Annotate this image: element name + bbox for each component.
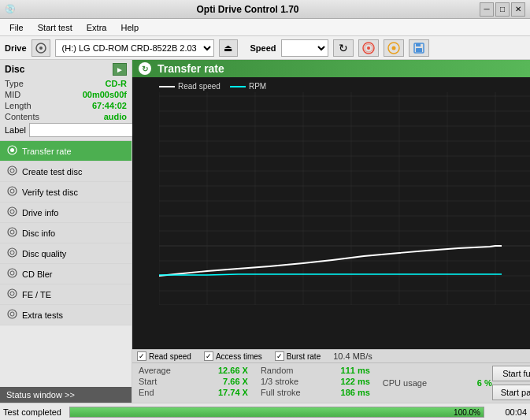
nav-create-test-disc-label: Create test disc xyxy=(22,167,82,177)
disc-length-label: Length xyxy=(5,101,32,110)
disc-contents-label: Contents xyxy=(5,112,39,121)
disc-type-value: CD-R xyxy=(106,79,128,88)
stats-buttons: Start full Start part xyxy=(492,366,530,400)
status-window-btn[interactable]: Status window >> xyxy=(0,387,132,403)
drive-label: Drive xyxy=(5,43,27,53)
stat-end-value: 17.74 X xyxy=(218,388,248,397)
cb-access-times-box[interactable]: ✓ xyxy=(204,351,213,361)
close-button[interactable]: ✕ xyxy=(511,2,525,17)
disc-arrow-btn[interactable]: ► xyxy=(113,63,127,76)
disc-length-value: 67:44:02 xyxy=(92,101,127,110)
app-icon: 💿 xyxy=(5,4,16,14)
titlebar-title: Opti Drive Control 1.70 xyxy=(16,4,480,15)
burn-button[interactable] xyxy=(384,39,404,57)
label-row: Label ⚙ xyxy=(5,123,127,137)
nav-cd-bler[interactable]: CD Bler xyxy=(0,264,132,284)
nav-fe-te-label: FE / TE xyxy=(22,290,51,299)
save-button[interactable] xyxy=(409,39,429,57)
nav-drive-info-label: Drive info xyxy=(22,208,58,217)
content-panel: ↻ Transfer rate Read speed RPM xyxy=(132,60,530,403)
stat-average-label: Average xyxy=(139,366,171,375)
cb-burst-rate-box[interactable]: ✓ xyxy=(275,351,284,361)
statusbar: Test completed 100.0% 00:04 xyxy=(0,403,530,420)
verify-test-disc-icon xyxy=(6,186,17,198)
cb-read-speed-box[interactable]: ✓ xyxy=(137,351,146,361)
nav-extra-tests[interactable]: Extra tests xyxy=(0,305,132,325)
stat-cpu-label: CPU usage xyxy=(383,378,427,388)
label-input[interactable] xyxy=(29,123,134,137)
extra-tests-icon xyxy=(6,309,17,321)
nav-disc-quality[interactable]: Disc quality xyxy=(0,243,132,264)
fe-te-icon xyxy=(6,288,17,300)
drive-select[interactable]: (H:) LG CD-ROM CRD-8522B 2.03 xyxy=(55,39,214,57)
progress-bar-container: 100.0% xyxy=(69,407,484,418)
svg-point-14 xyxy=(8,187,17,195)
menu-extra[interactable]: Extra xyxy=(80,21,113,34)
svg-point-26 xyxy=(8,310,17,318)
transfer-rate-icon-circle: ↻ xyxy=(139,62,151,75)
cd-bler-icon xyxy=(6,268,17,280)
svg-point-25 xyxy=(10,292,14,295)
disc-contents-row: Contents audio xyxy=(5,112,127,121)
svg-point-12 xyxy=(8,166,17,175)
disc-button[interactable] xyxy=(358,39,379,57)
disc-length-row: Length 67:44:02 xyxy=(5,101,127,110)
disc-info-icon xyxy=(6,227,17,239)
nav-transfer-rate[interactable]: Transfer rate xyxy=(0,141,132,162)
speed-select[interactable] xyxy=(281,39,328,57)
label-key: Label xyxy=(5,125,26,135)
nav-disc-info[interactable]: Disc info xyxy=(0,223,132,243)
start-part-button[interactable]: Start part xyxy=(492,385,530,400)
stat-random-label: Random xyxy=(261,366,294,375)
disc-contents-value: audio xyxy=(104,112,127,121)
transfer-rate-title: Transfer rate xyxy=(158,62,224,75)
drive-icon-btn xyxy=(32,39,50,57)
svg-point-13 xyxy=(10,169,14,173)
status-text: Test completed xyxy=(3,407,66,417)
start-full-button[interactable]: Start full xyxy=(492,366,530,381)
menu-starttest[interactable]: Start test xyxy=(32,21,79,34)
nav-verify-test-disc-label: Verify test disc xyxy=(22,188,78,197)
nav-create-test-disc[interactable]: Create test disc xyxy=(0,162,132,182)
nav-transfer-rate-label: Transfer rate xyxy=(22,147,72,156)
titlebar: 💿 Opti Drive Control 1.70 ─ □ ✕ xyxy=(0,0,530,19)
chart-legend: Read speed RPM xyxy=(135,80,530,92)
svg-point-22 xyxy=(8,269,17,277)
svg-point-11 xyxy=(10,148,14,152)
menu-help[interactable]: Help xyxy=(114,21,145,34)
svg-point-21 xyxy=(10,251,14,255)
nav-drive-info[interactable]: Drive info xyxy=(0,203,132,223)
transfer-rate-header: ↻ Transfer rate xyxy=(132,60,530,77)
stats-col-left: Average 12.66 X Start 7.66 X End 17.74 X xyxy=(139,366,248,400)
create-test-disc-icon xyxy=(6,165,17,177)
disc-mid-label: MID xyxy=(5,90,20,99)
stat-1-3-stroke-label: 1/3 stroke xyxy=(261,377,298,386)
cb-access-times-label: Access times xyxy=(216,352,262,361)
stat-1-3-stroke-row: 1/3 stroke 122 ms xyxy=(261,377,370,386)
svg-rect-8 xyxy=(416,43,421,46)
chart-area: Read speed RPM 56 X 52 X 48 X 44 X 40 xyxy=(132,77,530,349)
eject-button[interactable]: ⏏ xyxy=(219,39,238,57)
stat-full-stroke-value: 186 ms xyxy=(341,388,370,397)
refresh-button[interactable]: ↻ xyxy=(333,39,354,57)
disc-panel: Disc ► Type CD-R MID 00m00s00f Length 67… xyxy=(0,60,132,141)
cb-read-speed[interactable]: ✓ Read speed xyxy=(137,351,191,361)
minimize-button[interactable]: ─ xyxy=(480,2,494,17)
svg-point-15 xyxy=(10,189,14,193)
nav-disc-info-label: Disc info xyxy=(22,229,55,238)
cb-access-times[interactable]: ✓ Access times xyxy=(204,351,262,361)
menu-file[interactable]: File xyxy=(3,21,30,34)
stat-average-value: 12.66 X xyxy=(218,366,248,375)
svg-point-3 xyxy=(367,46,370,50)
nav-fe-te[interactable]: FE / TE xyxy=(0,284,132,305)
stat-full-stroke-row: Full stroke 186 ms xyxy=(261,388,370,397)
stat-end-row: End 17.74 X xyxy=(139,388,248,397)
maximize-button[interactable]: □ xyxy=(495,2,510,17)
nav-verify-test-disc[interactable]: Verify test disc xyxy=(0,182,132,203)
speed-label: Speed xyxy=(250,43,276,53)
cb-burst-rate-label: Burst rate xyxy=(287,352,321,361)
transfer-rate-icon xyxy=(6,145,17,157)
menubar: File Start test Extra Help xyxy=(0,19,530,36)
cb-burst-rate[interactable]: ✓ Burst rate xyxy=(275,351,321,361)
svg-point-27 xyxy=(10,312,14,316)
